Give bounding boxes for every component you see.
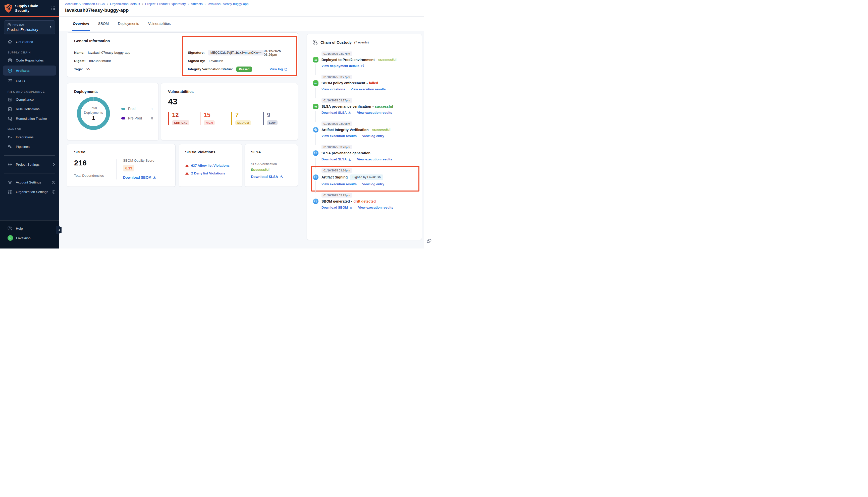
legend-item-pre-prod: Pre Prod 0: [121, 116, 153, 120]
tags-label: Tags:: [74, 67, 83, 71]
sidebar-item-get-started[interactable]: Get Started: [0, 37, 59, 46]
download-slsa-link[interactable]: Download SLSA: [321, 157, 351, 161]
severity-badge: LOW: [267, 120, 278, 125]
download-slsa-link[interactable]: Download SLSA: [251, 175, 283, 179]
sidebar-item-code-repositories[interactable]: Code Repositories: [0, 56, 59, 65]
view-violations-link[interactable]: View violations: [321, 87, 345, 91]
app-window: Supply Chain Security PROJECT Product Ex…: [0, 0, 434, 248]
sbom-quality-score-label: SBOM Quality Score: [123, 159, 156, 162]
download-sbom-link[interactable]: Download SBOM: [123, 175, 156, 180]
view-execution-results-link[interactable]: View execution results: [351, 87, 386, 91]
scan-icon: [313, 127, 319, 132]
document-search-icon: [8, 97, 12, 102]
allow-list-violations-link[interactable]: 637 Allow list Violations: [191, 164, 229, 167]
project-selector[interactable]: PROJECT Product Exploratory: [4, 20, 55, 34]
event-status: successful: [372, 128, 390, 132]
chain-event-sbom-generated: 01/16/2025 03:25pm SBOM generated - drif…: [313, 193, 416, 216]
event-timestamp: 01/16/2025 03:25pm: [321, 193, 352, 198]
chain-event-artifact-integrity-verification: 01/16/2025 03:26pm Artifact Integrity Ve…: [313, 121, 416, 145]
breadcrumb-artifacts[interactable]: Artifacts: [191, 2, 203, 6]
sidebar-section-supply-chain: SUPPLY CHAIN: [0, 46, 59, 56]
org-chart-gear-icon: [8, 189, 12, 194]
signature-value[interactable]: MEQCICde2VjIT...bL+2+mqnOXw==: [208, 50, 264, 56]
view-log-entry-link[interactable]: View log entry: [362, 182, 384, 186]
page-header: Account: Automation-SSCA › Organization:…: [59, 0, 434, 17]
supply-chain-security-logo-icon: [4, 3, 13, 13]
allow-list-violations-row: 637 Allow list Violations: [185, 164, 242, 167]
sidebar-item-user[interactable]: L Lavakush: [0, 233, 59, 243]
general-information-card: General Information Name:lavakush07/easy…: [67, 32, 298, 77]
signature-timestamp: 01/16/2025 03:26pm: [264, 49, 288, 56]
breadcrumb-project[interactable]: Project: Product Exploratory: [145, 2, 186, 6]
chain-of-custody-panel: Chain of Custody (7 events) 01/16/2025 0…: [307, 34, 422, 240]
view-execution-results-link[interactable]: View execution results: [321, 182, 356, 186]
content-area: General Information Name:lavakush07/easy…: [59, 31, 434, 248]
sidebar-item-organization-settings[interactable]: Organization Settings: [0, 187, 59, 197]
view-execution-results-link[interactable]: View execution results: [357, 111, 392, 114]
severity-badge: HIGH: [204, 120, 215, 125]
sidebar-item-artifacts[interactable]: Artifacts: [3, 66, 56, 75]
right-rail: [424, 0, 434, 248]
pipeline-icon: ∞: [313, 80, 319, 86]
timeline-connector: [316, 181, 316, 193]
sidebar-item-pipelines[interactable]: Pipelines: [0, 142, 59, 151]
event-title: SBOM policy enforcement: [321, 81, 365, 85]
download-sbom-link[interactable]: Download SBOM: [321, 205, 353, 209]
severity-badge: CRITICAL: [172, 120, 190, 125]
breadcrumb-organization[interactable]: Organization: default: [110, 2, 140, 6]
sidebar-nav: Get Started SUPPLY CHAIN Code Repositori…: [0, 37, 59, 197]
sidebar-divider: [4, 173, 55, 173]
legend-item-prod: Prod 1: [121, 107, 153, 111]
chevron-right-icon: [53, 163, 56, 166]
tab-sbom[interactable]: SBOM: [98, 17, 109, 31]
gear-icon: [8, 162, 12, 167]
sidebar-item-remediation-tracker[interactable]: Remediation Tracker: [0, 114, 59, 123]
module-grid-icon[interactable]: [51, 6, 56, 11]
support-chat-icon[interactable]: [426, 238, 432, 244]
chain-event-slsa-provenance-generation: 01/16/2025 03:26pm SLSA provenance gener…: [313, 145, 416, 168]
chain-event-sbom-policy-enforcement: 01/16/2025 03:27pm ∞ SBOM policy enforce…: [313, 74, 416, 98]
view-log-link[interactable]: View log: [270, 67, 288, 71]
event-title: SLSA provenance generation: [321, 151, 370, 155]
card-title: SLSA: [251, 150, 298, 154]
slsa-verification-status: Successful: [251, 168, 298, 172]
view-log-entry-link[interactable]: View log entry: [362, 134, 384, 138]
vuln-stat-critical: 12 CRITICAL: [168, 112, 200, 125]
pipeline-icon: ∞: [313, 57, 319, 62]
sidebar-item-rule-definitions[interactable]: Rule Definitions: [0, 104, 59, 114]
view-deployment-details-link[interactable]: View deployment details: [321, 64, 364, 68]
chain-event-artifact-signing: 01/16/2025 03:26pm Artifact Signing Sign…: [313, 168, 416, 193]
deny-list-violations-link[interactable]: 2 Deny list Violations: [191, 171, 225, 175]
sidebar-divider: [4, 155, 55, 156]
tab-vulnerabilities[interactable]: Vulnerabilities: [148, 17, 171, 31]
sidebar-item-compliance[interactable]: Compliance: [0, 95, 59, 104]
sidebar-item-help[interactable]: Help: [0, 224, 59, 233]
breadcrumb-separator: ›: [205, 2, 206, 6]
sidebar-item-cicd[interactable]: CI/CD: [0, 76, 59, 86]
download-slsa-link[interactable]: Download SLSA: [321, 111, 351, 114]
code-repository-icon: [8, 58, 12, 63]
integrity-status-label: Integrity Verification Status:: [188, 67, 233, 71]
events-count: (7 events): [354, 40, 369, 44]
deny-list-violations-row: 2 Deny list Violations: [185, 171, 242, 175]
sidebar-section-risk-compliance: RISK AND COMPLIANCE: [0, 86, 59, 95]
tab-deployments[interactable]: Deployments: [118, 17, 139, 31]
view-execution-results-link[interactable]: View execution results: [357, 157, 392, 161]
event-title: SBOM generated: [321, 199, 350, 203]
main-area: Account: Automation-SSCA › Organization:…: [59, 0, 434, 248]
view-execution-results-link[interactable]: View execution results: [321, 134, 356, 138]
vuln-stat-high: 15 HIGH: [200, 112, 231, 125]
tab-overview[interactable]: Overview: [73, 17, 89, 31]
sidebar-item-integrations[interactable]: Integrations: [0, 132, 59, 142]
card-title: Vulnerabilities: [168, 89, 298, 94]
help-chat-icon: [8, 226, 12, 231]
sidebar-item-account-settings[interactable]: Account Settings: [0, 178, 59, 187]
breadcrumb-account[interactable]: Account: Automation-SSCA: [65, 2, 105, 6]
sidebar-item-project-settings[interactable]: Project Settings: [0, 160, 59, 169]
deployments-card: Deployments TotalDeployments 1: [67, 83, 159, 140]
timeline-connector: [316, 88, 316, 98]
view-execution-results-link[interactable]: View execution results: [358, 205, 393, 209]
clipboard-check-icon: [8, 107, 12, 111]
breadcrumb-artifact-name[interactable]: lavakush07/easy-buggy-app: [208, 2, 249, 6]
timeline-connector: [316, 134, 316, 145]
